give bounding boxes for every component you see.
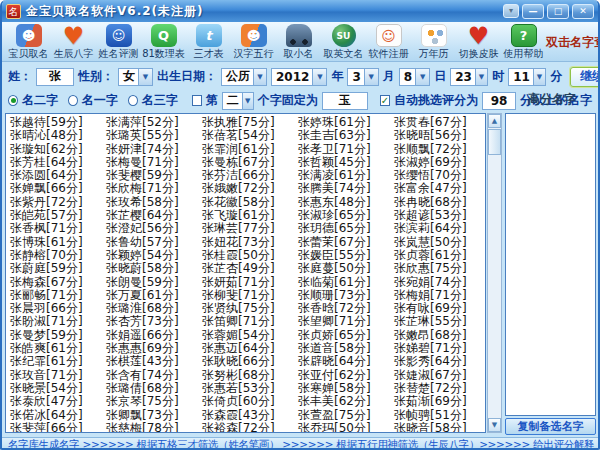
name-item[interactable]: 张耿晓[66分] <box>202 355 298 368</box>
name-item[interactable]: 张嫩昂[68分] <box>394 329 486 342</box>
name-item[interactable]: 张添圆[64分] <box>10 169 106 182</box>
name-item[interactable]: 张柳斐[71分] <box>202 289 298 302</box>
name-item[interactable]: 张冉晓[68分] <box>394 196 486 209</box>
name-item[interactable]: 张妞花[73分] <box>202 236 298 249</box>
chevron-down-icon[interactable]: ▼ <box>242 93 253 109</box>
name-item[interactable]: 张芷杏[49分] <box>202 262 298 275</box>
name-item[interactable]: 张梅森[67分] <box>10 276 106 289</box>
name-item[interactable]: 张越待[59分] <box>10 116 106 129</box>
name-item[interactable]: 张娟遥[66分] <box>106 329 202 342</box>
scrollbar-thumb[interactable] <box>488 129 501 155</box>
name-item[interactable]: 张斐樱[59分] <box>106 169 202 182</box>
name-item[interactable]: 张丰美[62分] <box>298 395 394 408</box>
continue-button[interactable]: 继续 <box>570 67 600 87</box>
name-item[interactable]: 张娣碧[71分] <box>394 342 486 355</box>
theme-icon[interactable]: ▾ <box>503 4 519 18</box>
name-item[interactable]: 张晴沁[48分] <box>10 129 106 142</box>
name-item[interactable]: 张曼梦[59分] <box>10 329 106 342</box>
name-item[interactable]: 张曼栋[67分] <box>202 156 298 169</box>
name-item[interactable]: 张努彬[68分] <box>202 369 298 382</box>
name-item[interactable]: 张桂霞[50分] <box>202 249 298 262</box>
name-item[interactable]: 张宛娟[74分] <box>394 276 486 289</box>
name-item[interactable]: 张盼淑[71分] <box>10 315 106 328</box>
toolbar-item-sancai[interactable]: t三才表 <box>186 23 231 60</box>
name-item[interactable]: 张娥嫩[72分] <box>202 182 298 195</box>
name-item[interactable]: 张晓景[54分] <box>10 382 106 395</box>
name-item[interactable]: 张森霞[43分] <box>202 409 298 422</box>
name-item[interactable]: 张圭吉[63分] <box>298 129 394 142</box>
name-item[interactable]: 张替楚[72分] <box>394 382 486 395</box>
surname-input[interactable] <box>36 68 74 86</box>
name-item[interactable]: 张缨悟[70分] <box>394 169 486 182</box>
chevron-down-icon[interactable]: ▼ <box>364 69 378 85</box>
toolbar-item-evaluate[interactable]: ☺姓名评测 <box>96 23 141 60</box>
name-item[interactable]: 张庭蔓[50分] <box>298 262 394 275</box>
name-item[interactable]: 张贤纨[75分] <box>202 302 298 315</box>
name-item[interactable]: 张亚付[62分] <box>298 369 394 382</box>
name-item[interactable]: 张超谚[53分] <box>394 209 486 222</box>
name-item[interactable]: 张满凌[61分] <box>298 169 394 182</box>
name-item[interactable]: 张乔玛[50分] <box>298 422 394 433</box>
name-item[interactable]: 张泰欣[47分] <box>10 395 106 408</box>
name-item[interactable]: 张岚慧[50分] <box>394 236 486 249</box>
name-item[interactable]: 张芬洁[66分] <box>202 169 298 182</box>
toolbar-item-nickname[interactable]: 取小名 <box>276 23 321 60</box>
name-item[interactable]: 张璇知[62分] <box>10 143 106 156</box>
name-item[interactable]: 张孝卫[71分] <box>298 143 394 156</box>
scroll-down-button[interactable]: ▼ <box>488 418 501 432</box>
name-item[interactable]: 张腾美[74分] <box>298 182 394 195</box>
radio-one-char[interactable] <box>68 95 78 106</box>
name-item[interactable]: 张澄妃[56分] <box>106 222 202 235</box>
name-item[interactable]: 张惠东[48分] <box>298 196 394 209</box>
name-item[interactable]: 张媛臣[55分] <box>298 249 394 262</box>
maximize-button[interactable]: □ <box>547 4 569 19</box>
name-item[interactable]: 张淑婷[69分] <box>394 156 486 169</box>
toolbar-item-table81[interactable]: Q81数理表 <box>141 23 186 60</box>
toolbar-item-register[interactable]: ☺软件注册 <box>366 23 411 60</box>
name-item[interactable]: 张晨羽[66分] <box>10 302 106 315</box>
toolbar-item-calendar[interactable]: 万年历 <box>411 23 456 60</box>
toolbar-item-skin[interactable]: ♥切换皮肤 <box>456 23 501 60</box>
name-item[interactable]: 张杏芳[73分] <box>106 315 202 328</box>
name-item[interactable]: 张皓爽[61分] <box>10 342 106 355</box>
name-item[interactable]: 张琳芸[77分] <box>202 222 298 235</box>
name-item[interactable]: 张寒婵[58分] <box>298 382 394 395</box>
high-score-list[interactable] <box>505 113 596 416</box>
name-item[interactable]: 张顺珊[73分] <box>298 289 394 302</box>
chevron-down-icon[interactable]: ▼ <box>415 69 429 85</box>
name-item[interactable]: 张玫希[58分] <box>106 196 202 209</box>
name-item[interactable]: 张茹渐[69分] <box>394 395 486 408</box>
chevron-down-icon[interactable]: ▼ <box>475 69 487 85</box>
vertical-scrollbar[interactable]: ▲ ▼ <box>487 113 502 433</box>
name-item[interactable]: 张欣惠[75分] <box>394 262 486 275</box>
name-item[interactable]: 张颖婷[54分] <box>106 249 202 262</box>
calendar-type-select[interactable]: 公历▼ <box>221 68 267 86</box>
name-item[interactable]: 张霏润[61分] <box>202 143 298 156</box>
name-item[interactable]: 张京琴[75分] <box>106 395 202 408</box>
toolbar-item-english[interactable]: SU取英文名 <box>321 23 366 60</box>
name-item[interactable]: 张蓉媚[54分] <box>202 329 298 342</box>
name-item[interactable]: 张执雅[75分] <box>202 116 298 129</box>
name-item[interactable]: 张含有[74分] <box>106 369 202 382</box>
name-item[interactable]: 张影秀[64分] <box>394 355 486 368</box>
name-item[interactable]: 张香枫[71分] <box>10 222 106 235</box>
name-item[interactable]: 张鲁幼[57分] <box>106 236 202 249</box>
name-item[interactable]: 张芷琳[55分] <box>394 315 486 328</box>
name-item[interactable]: 张璐英[55分] <box>106 129 202 142</box>
name-item[interactable]: 张香晗[72分] <box>298 302 394 315</box>
name-item[interactable]: 张婕淑[67分] <box>394 369 486 382</box>
name-item[interactable]: 张有咏[69分] <box>394 302 486 315</box>
chevron-down-icon[interactable]: ▼ <box>533 69 545 85</box>
name-item[interactable]: 张蓓茗[54分] <box>202 129 298 142</box>
name-item[interactable]: 张晓音[58分] <box>394 422 486 433</box>
chevron-down-icon[interactable]: ▼ <box>253 69 266 85</box>
name-item[interactable]: 张纪霏[61分] <box>10 355 106 368</box>
name-item[interactable]: 张皑苑[57分] <box>10 209 106 222</box>
copy-selected-names-button[interactable]: 复制备选名字 <box>505 418 596 435</box>
name-item[interactable]: 张蔚庭[59分] <box>10 262 106 275</box>
name-item[interactable]: 张芷樱[64分] <box>106 209 202 222</box>
name-item[interactable]: 张萱盈[75分] <box>298 409 394 422</box>
name-item[interactable]: 张万夏[61分] <box>106 289 202 302</box>
name-item[interactable]: 张富余[47分] <box>394 182 486 195</box>
name-item[interactable]: 张玥德[65分] <box>298 222 394 235</box>
